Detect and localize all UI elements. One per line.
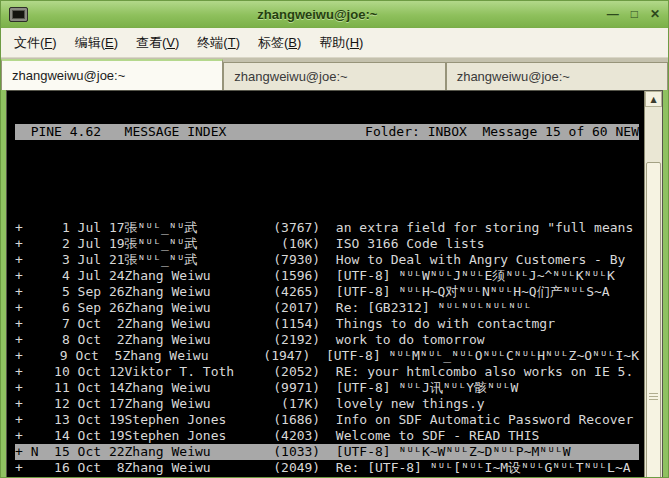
menu-item-file[interactable]: 文件(F) bbox=[5, 30, 66, 56]
msg-flags: + bbox=[15, 332, 46, 348]
msg-date: Oct 5 bbox=[68, 348, 123, 364]
msg-flags: + bbox=[15, 396, 46, 412]
msg-date: Sep 26 bbox=[70, 300, 125, 316]
message-row[interactable]: + N15Oct 22Zhang Weiwu(1033)[UTF-8] ᴺᵁᴸK… bbox=[15, 444, 639, 460]
msg-date: Jul 24 bbox=[70, 268, 125, 284]
menu-item-view[interactable]: 查看(V) bbox=[127, 30, 188, 56]
msg-subject: Info on SDF Automatic Password Recover bbox=[336, 412, 633, 428]
scrollbar[interactable]: ▲ ▼ bbox=[644, 91, 662, 478]
msg-number: 8 bbox=[46, 332, 69, 348]
message-row[interactable]: + 3Jul 21張ᴺᵁᴸ_ᴺᵁ武(7930)How to Deal with … bbox=[15, 252, 639, 268]
msg-number: 1 bbox=[46, 220, 69, 236]
msg-subject: Re: [UTF-8] ᴺᵁᴸ[ᴺᵁᴸI~M设ᴺᵁᴸGᴺᵁᴸTᴺᵁᴸL~A bbox=[336, 460, 631, 476]
msg-sender: Zhang Weiwu bbox=[122, 348, 257, 364]
msg-subject: How to Deal with Angry Customers - By bbox=[336, 252, 626, 268]
window-title: zhangweiwu@joe:~ bbox=[34, 7, 601, 22]
msg-sender: Zhang Weiwu bbox=[125, 268, 266, 284]
msg-flags: + bbox=[15, 460, 46, 476]
menu-item-tabs[interactable]: 标签(B) bbox=[249, 30, 310, 56]
tab-terminal-2[interactable]: zhangweiwu@joe:~ bbox=[223, 62, 445, 90]
tabbar: zhangweiwu@joe:~zhangweiwu@joe:~zhangwei… bbox=[1, 58, 668, 90]
msg-sender: Zhang Weiwu bbox=[125, 380, 266, 396]
msg-flags: + bbox=[15, 252, 46, 268]
message-row[interactable]: + 10Oct 12Viktor T. Toth(2052)RE: your h… bbox=[15, 364, 639, 380]
terminal-app-icon bbox=[9, 7, 28, 22]
message-row[interactable]: + 6Sep 26Zhang Weiwu(2017)Re: [GB2312] ᴺ… bbox=[15, 300, 639, 316]
message-row[interactable]: + 5Sep 26Zhang Weiwu(4265)[UTF-8] ᴺᵁᴸH~Q… bbox=[15, 284, 639, 300]
msg-number: 14 bbox=[46, 428, 69, 444]
msg-subject: RE: your htmlcombo also works on IE 5. bbox=[336, 364, 633, 380]
msg-flags: + bbox=[15, 220, 46, 236]
msg-sender: Zhang Weiwu bbox=[125, 396, 266, 412]
msg-date: Oct 19 bbox=[70, 428, 125, 444]
msg-subject: [UTF-8] ᴺᵁᴸJ讯ᴺᵁᴸY骸ᴺᵁᴸW bbox=[336, 380, 519, 396]
terminal-screen[interactable]: PINE 4.62 MESSAGE INDEX Folder: INBOX Me… bbox=[7, 91, 644, 478]
msg-sender: 張ᴺᵁᴸ_ᴺᵁ武 bbox=[125, 220, 266, 236]
msg-size: (1596) bbox=[265, 268, 320, 284]
msg-size: (4203) bbox=[265, 428, 320, 444]
msg-date: Oct 2 bbox=[70, 316, 125, 332]
msg-subject: work to do tomorrow bbox=[336, 332, 485, 348]
msg-sender: Zhang Weiwu bbox=[125, 332, 266, 348]
msg-subject: Things to do with contactmgr bbox=[336, 316, 555, 332]
message-row[interactable]: + 4Jul 24Zhang Weiwu(1596)[UTF-8] ᴺᵁᴸWᴺᵁ… bbox=[15, 268, 639, 284]
msg-date: Jul 17 bbox=[70, 220, 125, 236]
menu-item-edit[interactable]: 编辑(E) bbox=[66, 30, 127, 56]
msg-date: Oct 14 bbox=[70, 380, 125, 396]
msg-date: Oct 22 bbox=[70, 444, 125, 460]
message-row[interactable]: + 12Oct 17Zhang Weiwu(17K)lovely new thi… bbox=[15, 396, 639, 412]
message-row[interactable]: + 13Oct 19Stephen Jones(1686)Info on SDF… bbox=[15, 412, 639, 428]
menubar: 文件(F)编辑(E)查看(V)终端(T)标签(B)帮助(H) bbox=[1, 28, 668, 58]
message-row[interactable]: + 9Oct 5Zhang Weiwu(1947)[UTF-8] ᴺᵁᴸMᴺᵁᴸ… bbox=[15, 348, 639, 364]
msg-size: (1154) bbox=[265, 316, 320, 332]
minimize-icon[interactable]: — bbox=[607, 8, 619, 20]
message-row[interactable]: + 1Jul 17張ᴺᵁᴸ_ᴺᵁ武(3767)an extra field fo… bbox=[15, 220, 639, 236]
msg-subject: lovely new things.y bbox=[336, 396, 485, 412]
message-row[interactable]: + 7Oct 2Zhang Weiwu(1154)Things to do wi… bbox=[15, 316, 639, 332]
msg-sender: Zhang Weiwu bbox=[125, 460, 266, 476]
tab-terminal-1[interactable]: zhangweiwu@joe:~ bbox=[1, 59, 223, 90]
msg-sender: Zhang Weiwu bbox=[125, 316, 266, 332]
msg-number: 4 bbox=[46, 268, 69, 284]
menu-item-terminal[interactable]: 终端(T) bbox=[188, 30, 249, 56]
msg-sender: 張ᴺᵁᴸ_ᴺᵁ武 bbox=[125, 236, 266, 252]
msg-number: 13 bbox=[46, 412, 69, 428]
message-row[interactable]: + 16Oct 8Zhang Weiwu(2049)Re: [UTF-8] ᴺᵁ… bbox=[15, 460, 639, 476]
msg-size: (17K) bbox=[265, 396, 320, 412]
msg-number: 2 bbox=[46, 236, 69, 252]
pine-folder-status: Folder: INBOX Message 15 of 60 NEW bbox=[365, 124, 639, 140]
msg-number: 6 bbox=[46, 300, 69, 316]
msg-date: Oct 8 bbox=[70, 460, 125, 476]
msg-sender: Zhang Weiwu bbox=[125, 300, 266, 316]
msg-number: 12 bbox=[46, 396, 69, 412]
msg-number: 15 bbox=[46, 444, 69, 460]
terminal-window: zhangweiwu@joe:~ — □ ✕ 文件(F)编辑(E)查看(V)终端… bbox=[0, 0, 669, 478]
titlebar[interactable]: zhangweiwu@joe:~ — □ ✕ bbox=[1, 1, 668, 28]
maximize-icon[interactable]: □ bbox=[631, 8, 638, 20]
window-controls: — □ ✕ bbox=[607, 8, 660, 20]
msg-subject: [UTF-8] ᴺᵁᴸH~Q对ᴺᵁᴸNᴺᵁᴸH~Q们产ᴺᵁᴸS~A bbox=[336, 284, 610, 300]
msg-size: (2192) bbox=[265, 332, 320, 348]
msg-flags: + bbox=[15, 316, 46, 332]
scrollbar-track[interactable] bbox=[645, 107, 662, 478]
menu-item-help[interactable]: 帮助(H) bbox=[310, 30, 372, 56]
tab-terminal-3[interactable]: zhangweiwu@joe:~ bbox=[446, 62, 668, 90]
msg-size: (1947) bbox=[258, 348, 311, 364]
msg-subject: [UTF-8] ᴺᵁᴸK~WᴺᵁᴸZ~DᴺᵁᴸP~MᴺᵁᴸW bbox=[336, 444, 571, 460]
message-row[interactable]: + 8Oct 2Zhang Weiwu(2192)work to do tomo… bbox=[15, 332, 639, 348]
scroll-up-icon[interactable]: ▲ bbox=[645, 91, 662, 107]
message-row[interactable]: + 11Oct 14Zhang Weiwu(9971)[UTF-8] ᴺᵁᴸJ讯… bbox=[15, 380, 639, 396]
msg-flags: + bbox=[15, 284, 46, 300]
msg-flags: + bbox=[15, 380, 46, 396]
msg-size: (2052) bbox=[265, 364, 320, 380]
msg-number: 16 bbox=[46, 460, 69, 476]
message-row[interactable]: + 2Jul 19張ᴺᵁᴸ_ᴺᵁ武(10K)ISO 3166 Code list… bbox=[15, 236, 639, 252]
msg-flags: + bbox=[15, 300, 46, 316]
msg-size: (4265) bbox=[265, 284, 320, 300]
msg-subject: Welcome to SDF - READ THIS bbox=[336, 428, 540, 444]
close-icon[interactable]: ✕ bbox=[650, 8, 660, 20]
message-row[interactable]: + 14Oct 19Stephen Jones(4203)Welcome to … bbox=[15, 428, 639, 444]
msg-size: (7930) bbox=[265, 252, 320, 268]
scrollbar-thumb[interactable] bbox=[646, 162, 661, 478]
msg-subject: [UTF-8] ᴺᵁᴸMᴺᵁᴸ_ᴺᵁᴸOᴺᵁᴸCᴺᵁᴸHᴺᵁᴸZ~OᴺᵁᴸI~K bbox=[326, 348, 639, 364]
